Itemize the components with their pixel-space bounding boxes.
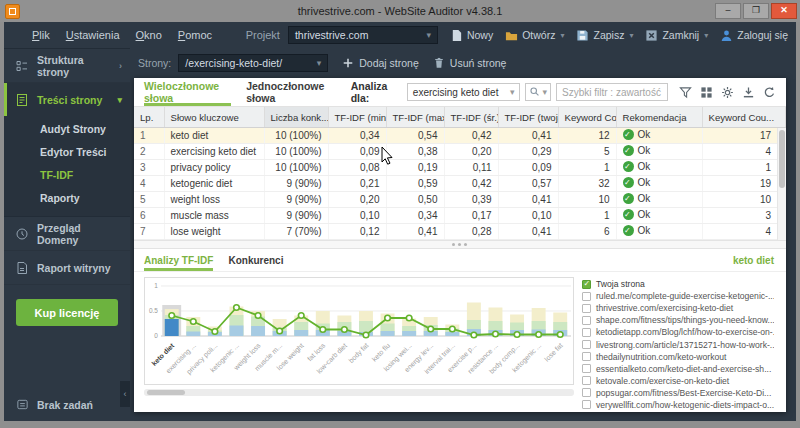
action-zapisz[interactable]: Zapisz▾ bbox=[576, 29, 633, 42]
checkbox-unchecked[interactable] bbox=[582, 400, 591, 409]
buy-license-button[interactable]: Kup licencję bbox=[16, 299, 118, 326]
page-select[interactable]: /exercising-keto-diet/ ▾ bbox=[178, 54, 328, 72]
table-row[interactable]: 3privacy policy10 (100%)0,080,190,110,09… bbox=[134, 160, 786, 176]
report-icon bbox=[15, 261, 29, 275]
action-zamknij[interactable]: Zamknij▾ bbox=[645, 29, 708, 42]
column-header-tf-idf-max[interactable]: TF-IDF (max.) bbox=[386, 107, 444, 128]
cell-tfidf_max: 0,38 bbox=[386, 144, 444, 160]
legend-item[interactable]: ketovale.com/exercise-on-keto-diet bbox=[582, 375, 774, 387]
refresh-button[interactable] bbox=[761, 84, 778, 101]
maximize-button[interactable]: ❐ bbox=[743, 3, 769, 19]
checkbox-unchecked[interactable] bbox=[582, 304, 591, 313]
legend-item[interactable]: thrivestrive.com/exercising-keto-diet bbox=[582, 302, 774, 314]
action-nowy[interactable]: Nowy bbox=[450, 29, 493, 42]
legend-item[interactable]: ketodietapp.com/Blog/lchf/how-to-exercis… bbox=[582, 326, 774, 338]
menu-item-pomoc[interactable]: Pomoc bbox=[178, 29, 212, 41]
tab-jednocz-onowe-s-owa[interactable]: Jednoczłonowe słowa bbox=[246, 78, 336, 106]
table-row[interactable]: 1keto diet10 (100%)0,340,540,420,4112Ok1… bbox=[134, 128, 786, 144]
scrollbar-thumb[interactable] bbox=[147, 390, 185, 395]
action-otworz[interactable]: Otwórz▾ bbox=[505, 29, 564, 42]
check-icon bbox=[623, 129, 634, 140]
column-header-keyword-cou[interactable]: Keyword Cou... bbox=[702, 107, 786, 128]
menu-item-plik[interactable]: Plik bbox=[32, 29, 50, 41]
column-header-tf-idf-min[interactable]: TF-IDF (min.) bbox=[328, 107, 386, 128]
legend-item[interactable]: Twoja strona bbox=[582, 278, 774, 290]
legend-item[interactable]: ruled.me/complete-guide-exercise-ketogen… bbox=[582, 290, 774, 302]
action-zaloguj-sie[interactable]: Zaloguj się bbox=[720, 29, 788, 42]
legend-item[interactable]: shape.com/fitness/tips/things-you-need-k… bbox=[582, 314, 774, 326]
menu-item-ustawienia[interactable]: Ustawienia bbox=[66, 29, 120, 41]
columns-button[interactable] bbox=[698, 84, 715, 101]
tab-wielocz-onowe-s-owa[interactable]: Wieloczłonowe słowa bbox=[144, 78, 231, 106]
collapse-sidebar-toggle[interactable]: ‹ bbox=[120, 381, 130, 407]
export-button[interactable] bbox=[740, 84, 757, 101]
sidebar-item-struktura-strony[interactable]: Struktura strony› bbox=[4, 49, 130, 83]
cell-competitors: 9 (90%) bbox=[264, 176, 328, 192]
table-row[interactable]: 5weight loss9 (90%)0,200,500,390,4110Ok1… bbox=[134, 192, 786, 208]
panel-splitter[interactable] bbox=[134, 240, 786, 249]
checkbox-checked[interactable] bbox=[582, 280, 591, 289]
sidebar-item-tf-idf[interactable]: TF-IDF bbox=[4, 164, 130, 187]
column-header-tf-idf-twoja[interactable]: TF-IDF (twoja ... bbox=[498, 107, 558, 128]
table-row[interactable]: 6muscle mass9 (90%)0,100,340,170,101Ok3 bbox=[134, 208, 786, 224]
search-mode-select[interactable]: ▾ bbox=[525, 83, 551, 101]
legend-item[interactable]: thedailynutrition.com/keto-workout bbox=[582, 351, 774, 363]
add-page-button[interactable]: Dodaj stronę bbox=[342, 57, 419, 69]
table-vertical-scrollbar[interactable] bbox=[777, 128, 786, 240]
sidebar-item-audyt-strony[interactable]: Audyt Strony bbox=[4, 118, 130, 141]
cell-tfidf_avg: 0,11 bbox=[444, 160, 498, 176]
tab-konkurenci[interactable]: Konkurenci bbox=[228, 249, 283, 271]
project-select[interactable]: thrivestrive.com ▾ bbox=[288, 26, 438, 44]
menu-item-okno[interactable]: Okno bbox=[136, 29, 162, 41]
checkbox-unchecked[interactable] bbox=[582, 364, 591, 373]
window-frame: PlikUstawieniaOknoPomoc Projekt thrivest… bbox=[0, 22, 800, 428]
cell-tfidf_avg: 0,17 bbox=[444, 208, 498, 224]
tfidf-chart[interactable]: 00.51keto dietexercising ...privacy poli… bbox=[144, 277, 574, 385]
checkbox-unchecked[interactable] bbox=[582, 328, 591, 337]
legend-item[interactable]: verywellfit.com/how-ketogenic-diets-impa… bbox=[582, 399, 774, 411]
sidebar-item-tresci-strony[interactable]: Treści strony▾ bbox=[4, 83, 130, 116]
minimize-button[interactable]: – bbox=[715, 3, 741, 19]
cell-keyword_count: 10 bbox=[558, 192, 616, 208]
table-row[interactable]: 4ketogenic diet9 (90%)0,210,590,420,5732… bbox=[134, 176, 786, 192]
checkbox-unchecked[interactable] bbox=[582, 376, 591, 385]
sidebar-item-raport-witryny[interactable]: Raport witryny bbox=[4, 251, 130, 285]
column-header-liczba-konk[interactable]: Liczba konk...▼ bbox=[264, 107, 328, 128]
close-button[interactable]: ✕ bbox=[771, 3, 797, 19]
legend-item[interactable]: essentialketo.com/keto-diet-and-exercise… bbox=[582, 363, 774, 375]
sidebar-item-przeglad-domeny[interactable]: Przegląd Domeny bbox=[4, 217, 130, 251]
checkbox-unchecked[interactable] bbox=[582, 388, 591, 397]
check-icon bbox=[623, 145, 634, 156]
checkbox-unchecked[interactable] bbox=[582, 340, 591, 349]
column-header-rekomendacja[interactable]: Rekomendacja bbox=[616, 107, 702, 128]
legend-item[interactable]: popsugar.com/fitness/Best-Exercise-Keto-… bbox=[582, 387, 774, 399]
column-header-lp[interactable]: Lp. bbox=[134, 107, 164, 128]
column-header-s-owo-kluczowe[interactable]: Słowo kluczowe bbox=[164, 107, 264, 128]
sidebar-item-raporty[interactable]: Raporty bbox=[4, 187, 130, 210]
svg-text:1: 1 bbox=[154, 282, 158, 289]
analysis-keyword-select[interactable]: exercising keto diet ▾ bbox=[407, 83, 521, 101]
filter-button[interactable] bbox=[677, 84, 694, 101]
checkbox-unchecked[interactable] bbox=[582, 352, 591, 361]
table-row[interactable]: 2exercising keto diet10 (100%)0,090,380,… bbox=[134, 144, 786, 160]
column-header-tf-idf-sr[interactable]: TF-IDF (śr.) bbox=[444, 107, 498, 128]
table-row[interactable]: 7lose weight7 (70%)0,120,410,280,416Ok4 bbox=[134, 224, 786, 240]
checkbox-unchecked[interactable] bbox=[582, 316, 591, 325]
chart-horizontal-scrollbar[interactable] bbox=[144, 389, 574, 396]
tasks-row: Brak zadań bbox=[4, 388, 130, 421]
cell-competitors: 9 (90%) bbox=[264, 192, 328, 208]
recommendation-badge: Ok bbox=[623, 225, 651, 236]
sidebar-submenu: Audyt StronyEdytor TreściTF-IDFRaporty bbox=[4, 116, 130, 217]
sidebar-item-edytor-tresci[interactable]: Edytor Treści bbox=[4, 141, 130, 164]
settings-button[interactable] bbox=[719, 84, 736, 101]
tab-analizy-tf-idf[interactable]: Analizy TF-IDF bbox=[144, 249, 213, 271]
delete-page-button[interactable]: Usuń stronę bbox=[433, 57, 507, 69]
application-window: thrivestrive.com - WebSite Auditor v4.38… bbox=[0, 0, 800, 428]
column-header-keyword-cou[interactable]: Keyword Cou... bbox=[558, 107, 616, 128]
cell-competitors: 10 (100%) bbox=[264, 160, 328, 176]
quick-filter-input[interactable] bbox=[556, 83, 668, 101]
project-area: Projekt thrivestrive.com ▾ NowyOtwórz▾Za… bbox=[246, 26, 788, 44]
legend-item[interactable]: livestrong.com/article/13715271-how-to-w… bbox=[582, 338, 774, 350]
checkbox-unchecked[interactable] bbox=[582, 292, 591, 301]
scrollbar-thumb[interactable] bbox=[779, 130, 785, 188]
